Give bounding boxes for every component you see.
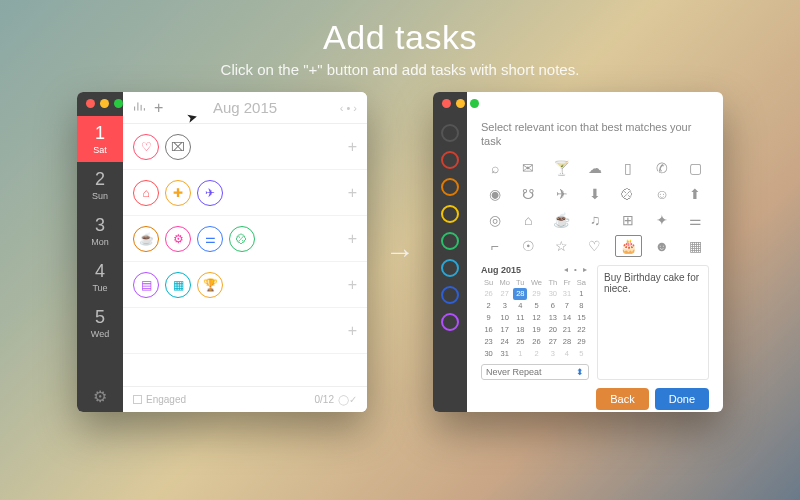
- clipboard-task[interactable]: ▤: [133, 272, 159, 298]
- toolbar: + Aug 2015 ‹ • › ➤: [123, 92, 367, 124]
- main-window: 1Sat2Sun3Mon4Tue5Wed⚙ + Aug 2015 ‹ • › ➤…: [77, 92, 367, 412]
- task-count: 0/12: [315, 394, 334, 405]
- engaged-checkbox[interactable]: [133, 395, 142, 404]
- repeat-value: Never Repeat: [486, 367, 542, 377]
- user2-icon[interactable]: ☻: [648, 235, 675, 257]
- zoom-icon[interactable]: [114, 99, 123, 108]
- add-task-button[interactable]: +: [348, 276, 357, 294]
- cake-icon[interactable]: 🎂: [615, 235, 642, 257]
- color-swatch[interactable]: [441, 259, 459, 277]
- heart-icon[interactable]: ♡: [581, 235, 608, 257]
- sidebar-day[interactable]: 3Mon: [77, 208, 123, 254]
- hero-subtitle: Click on the "+" button and add tasks wi…: [0, 61, 800, 78]
- cart-task[interactable]: ⛒: [229, 226, 255, 252]
- footer: Engaged 0/12 ◯✓: [123, 386, 367, 412]
- color-swatch[interactable]: [441, 286, 459, 304]
- cup-task[interactable]: ☕: [133, 226, 159, 252]
- view-toggle-icon[interactable]: ‹ • ›: [340, 102, 357, 114]
- color-swatch[interactable]: [441, 313, 459, 331]
- chat-icon[interactable]: ☁: [581, 157, 608, 179]
- color-swatch[interactable]: [441, 232, 459, 250]
- sidebar-day[interactable]: 4Tue: [77, 254, 123, 300]
- camera-icon[interactable]: ⌕: [481, 157, 508, 179]
- heart-task[interactable]: ♡: [133, 134, 159, 160]
- add-task-button[interactable]: +: [348, 184, 357, 202]
- task-row: +: [123, 308, 367, 354]
- plane-task[interactable]: ✈: [197, 180, 223, 206]
- grid-icon[interactable]: ▦: [682, 235, 709, 257]
- cal-nav[interactable]: ◂ • ▸: [564, 265, 589, 274]
- add-task-button[interactable]: +: [348, 322, 357, 340]
- bike-task[interactable]: ⚙: [165, 226, 191, 252]
- zoom-icon[interactable]: [470, 99, 479, 108]
- color-swatch[interactable]: [441, 124, 459, 142]
- star-icon[interactable]: ☆: [548, 235, 575, 257]
- close-icon[interactable]: [442, 99, 451, 108]
- plane-icon[interactable]: ✈: [548, 183, 575, 205]
- arrow-icon: →: [385, 235, 415, 269]
- color-swatch[interactable]: [441, 205, 459, 223]
- cocktail-icon[interactable]: 🍸: [548, 157, 575, 179]
- user-icon[interactable]: ☺: [648, 183, 675, 205]
- color-swatch[interactable]: [441, 151, 459, 169]
- run-icon[interactable]: ✦: [648, 209, 675, 231]
- download-icon[interactable]: ⬇: [581, 183, 608, 205]
- music-icon[interactable]: ♫: [581, 209, 608, 231]
- check-all-icon[interactable]: ◯✓: [338, 394, 357, 405]
- cal-month-label: Aug 2015: [481, 265, 521, 275]
- gear-icon[interactable]: ⚙: [77, 380, 123, 412]
- cart-icon[interactable]: ⛒: [615, 183, 642, 205]
- icon-grid: ⌕✉🍸☁▯✆▢◉☋✈⬇⛒☺⬆◎⌂☕♫⊞✦⚌⌐☉☆♡🎂☻▦: [481, 157, 709, 257]
- hero-title: Add tasks: [0, 18, 800, 57]
- phone-icon[interactable]: ▯: [615, 157, 642, 179]
- task-row: ♡⌧+: [123, 124, 367, 170]
- note-input[interactable]: Buy Birthday cake for niece.: [597, 265, 709, 380]
- call-icon[interactable]: ✆: [648, 157, 675, 179]
- close-icon[interactable]: [86, 99, 95, 108]
- task-row: ⌂✚✈+: [123, 170, 367, 216]
- monitor-icon[interactable]: ▢: [682, 157, 709, 179]
- dumbbell-icon[interactable]: ⚌: [682, 209, 709, 231]
- stats-icon[interactable]: [133, 100, 146, 116]
- add-button[interactable]: +: [154, 99, 163, 117]
- gift-icon[interactable]: ⊞: [615, 209, 642, 231]
- mini-calendar[interactable]: Aug 2015 ◂ • ▸ SuMoTuWeThFrSa26272829303…: [481, 265, 589, 380]
- cup-icon[interactable]: ☕: [548, 209, 575, 231]
- repeat-select[interactable]: Never Repeat ⬍: [481, 364, 589, 380]
- traffic-lights: [442, 99, 479, 108]
- back-button[interactable]: Back: [596, 388, 648, 410]
- upload-icon[interactable]: ⬆: [682, 183, 709, 205]
- done-button[interactable]: Done: [655, 388, 709, 410]
- eye-icon[interactable]: ◎: [481, 209, 508, 231]
- calendar-task[interactable]: ▦: [165, 272, 191, 298]
- med-task[interactable]: ✚: [165, 180, 191, 206]
- bulb-icon[interactable]: ☉: [514, 235, 541, 257]
- day-sidebar: 1Sat2Sun3Mon4Tue5Wed⚙: [77, 92, 123, 412]
- sidebar-day[interactable]: 5Wed: [77, 300, 123, 346]
- color-sidebar: [433, 92, 467, 412]
- sidebar-day[interactable]: 1Sat: [77, 116, 123, 162]
- lamp-icon[interactable]: ⌐: [481, 235, 508, 257]
- mail-icon[interactable]: ✉: [514, 157, 541, 179]
- home-task[interactable]: ⌂: [133, 180, 159, 206]
- sidebar-day[interactable]: 2Sun: [77, 162, 123, 208]
- minimize-icon[interactable]: [456, 99, 465, 108]
- dumbbell-task[interactable]: ⚌: [197, 226, 223, 252]
- webcam-icon[interactable]: ◉: [481, 183, 508, 205]
- add-task-window: Select relevant icon that best matches y…: [433, 92, 723, 412]
- minimize-icon[interactable]: [100, 99, 109, 108]
- trophy-task[interactable]: 🏆: [197, 272, 223, 298]
- engaged-label: Engaged: [146, 394, 186, 405]
- traffic-lights: [86, 99, 123, 108]
- icon-prompt: Select relevant icon that best matches y…: [481, 120, 709, 149]
- card-task[interactable]: ⌧: [165, 134, 191, 160]
- task-row: ☕⚙⚌⛒+: [123, 216, 367, 262]
- home-icon[interactable]: ⌂: [514, 209, 541, 231]
- task-row: ▤▦🏆+: [123, 262, 367, 308]
- dropdown-icon: ⬍: [576, 367, 584, 377]
- add-task-button[interactable]: +: [348, 138, 357, 156]
- add-task-button[interactable]: +: [348, 230, 357, 248]
- people-icon[interactable]: ☋: [514, 183, 541, 205]
- color-swatch[interactable]: [441, 178, 459, 196]
- task-rows: ♡⌧+⌂✚✈+☕⚙⚌⛒+▤▦🏆++: [123, 124, 367, 386]
